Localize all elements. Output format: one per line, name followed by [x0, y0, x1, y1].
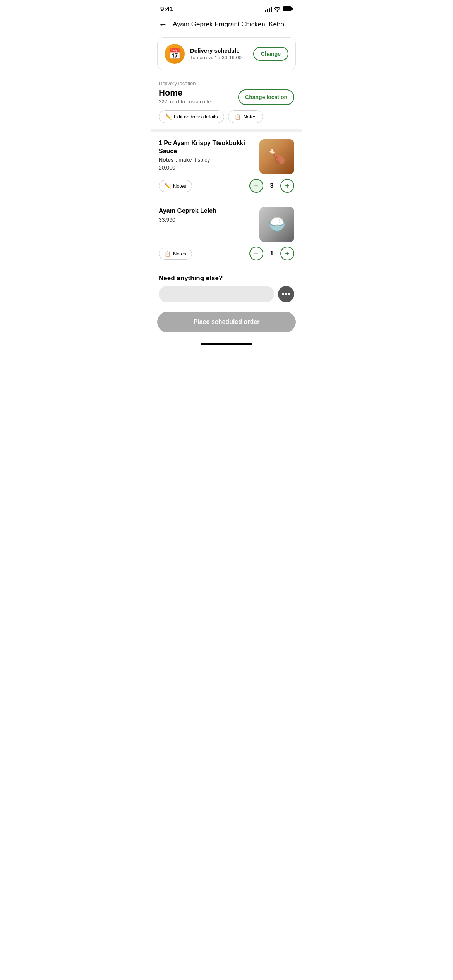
more-dots-icon: ••• — [282, 290, 290, 298]
increase-quantity-button[interactable]: + — [280, 247, 294, 260]
location-notes-label: Notes — [243, 114, 256, 120]
decrease-quantity-button[interactable]: − — [249, 179, 263, 193]
section-divider — [151, 129, 302, 132]
home-indicator-bar — [201, 343, 252, 345]
pencil-icon: ✏️ — [165, 183, 171, 189]
quantity-controls: − 3 + — [249, 179, 294, 193]
item-image — [259, 207, 294, 242]
notes-label: Notes : — [159, 157, 178, 163]
location-name: Home — [159, 88, 233, 98]
pencil-icon: ✏️ — [165, 114, 172, 120]
notes-icon: 📋 — [235, 114, 241, 120]
status-bar: 9:41 — [151, 0, 302, 16]
location-notes-button[interactable]: 📋 Notes — [228, 110, 263, 123]
edit-address-label: Edit address details — [174, 114, 218, 120]
change-location-button[interactable]: Change location — [238, 89, 294, 105]
item-notes-label: Notes — [173, 183, 186, 189]
location-address: 222, next to costa coffee — [159, 99, 233, 105]
increase-quantity-button[interactable]: + — [280, 179, 294, 193]
item-actions: ✏️ Notes − 3 + — [159, 179, 294, 193]
more-options-button[interactable]: ••• — [278, 286, 294, 302]
schedule-icon: 📅 — [165, 44, 185, 64]
back-button[interactable]: ← — [159, 20, 167, 29]
header: ← Ayam Geprek Fragrant Chicken, Kebon Ka… — [151, 16, 302, 34]
item-image — [259, 139, 294, 174]
order-items-section: 1 Pc Ayam Krispy Tteokbokki Sauce Notes … — [151, 132, 302, 267]
item-details: Ayam Geprek Leleh 33.990 — [159, 207, 255, 223]
item-row: Ayam Geprek Leleh 33.990 — [159, 207, 294, 242]
page-title: Ayam Geprek Fragrant Chicken, Kebon Kac.… — [173, 21, 294, 28]
location-row: Home 222, next to costa coffee Change lo… — [159, 88, 294, 105]
notes-icon: 📋 — [165, 251, 171, 257]
status-time: 9:41 — [160, 5, 173, 13]
item-notes-button[interactable]: ✏️ Notes — [159, 180, 192, 192]
item-notes-button[interactable]: 📋 Notes — [159, 248, 192, 260]
location-section-label: Delivery location — [159, 81, 294, 86]
need-anything-title: Need anything else? — [159, 274, 294, 282]
delivery-schedule-card: 📅 Delivery schedule Tomorrow, 15:30-16:0… — [157, 37, 296, 70]
item-name: 1 Pc Ayam Krispy Tteokbokki Sauce — [159, 139, 255, 156]
svg-rect-0 — [283, 7, 292, 11]
item-actions: 📋 Notes − 1 + — [159, 247, 294, 260]
status-icons — [265, 6, 293, 13]
quantity-controls: − 1 + — [249, 247, 294, 260]
delivery-location-section: Delivery location Home 222, next to cost… — [151, 77, 302, 129]
item-details: 1 Pc Ayam Krispy Tteokbokki Sauce Notes … — [159, 139, 255, 171]
schedule-title: Delivery schedule — [190, 47, 248, 54]
change-schedule-button[interactable]: Change — [253, 47, 288, 61]
signal-icon — [265, 7, 272, 12]
search-bar[interactable] — [159, 286, 274, 302]
quantity-value: 1 — [268, 250, 276, 257]
item-row: 1 Pc Ayam Krispy Tteokbokki Sauce Notes … — [159, 139, 294, 174]
location-details: Home 222, next to costa coffee — [159, 88, 233, 105]
notes-value: make it spicy — [178, 157, 210, 163]
schedule-time: Tomorrow, 15:30-16:00 — [190, 55, 248, 60]
quantity-value: 3 — [268, 182, 276, 190]
item-notes-label: Notes — [173, 251, 186, 257]
place-order-button[interactable]: Place scheduled order — [157, 312, 296, 332]
svg-rect-1 — [292, 8, 293, 10]
wifi-icon — [274, 6, 280, 13]
need-anything-section: Need anything else? ••• — [151, 267, 302, 306]
item-price: 33.990 — [159, 217, 255, 223]
battery-icon — [283, 6, 293, 12]
edit-address-button[interactable]: ✏️ Edit address details — [159, 110, 224, 123]
need-anything-row: ••• — [159, 286, 294, 302]
order-item: Ayam Geprek Leleh 33.990 📋 Notes − 1 + — [159, 200, 294, 267]
decrease-quantity-button[interactable]: − — [249, 247, 263, 260]
item-price: 20.000 — [159, 164, 255, 171]
item-notes-text: Notes : make it spicy — [159, 157, 255, 163]
schedule-info: Delivery schedule Tomorrow, 15:30-16:00 — [190, 47, 248, 60]
location-actions: ✏️ Edit address details 📋 Notes — [159, 110, 294, 123]
order-item: 1 Pc Ayam Krispy Tteokbokki Sauce Notes … — [159, 132, 294, 200]
home-indicator — [151, 340, 302, 349]
item-name: Ayam Geprek Leleh — [159, 207, 255, 215]
